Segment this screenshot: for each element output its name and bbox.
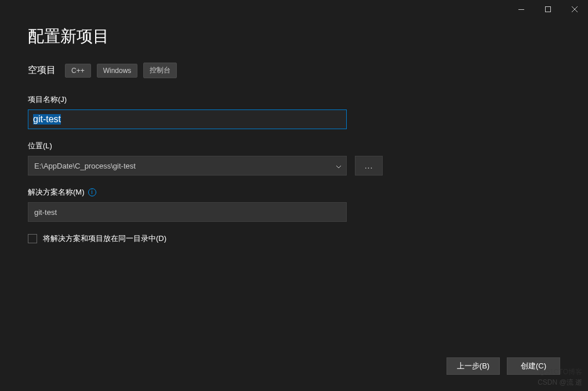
location-value: E:\AppDate\C_process\git-test: [34, 162, 136, 170]
minimize-button[interactable]: [508, 0, 535, 19]
solution-name-label: 解决方案名称(M) i: [28, 187, 560, 198]
svg-rect-1: [546, 7, 551, 12]
watermark: CSDN @流 逝: [538, 378, 582, 388]
template-info: 空项目 C++ Windows 控制台: [28, 63, 560, 78]
same-directory-checkbox[interactable]: [28, 234, 37, 243]
template-name: 空项目: [28, 64, 56, 76]
close-button[interactable]: [561, 0, 588, 19]
location-label: 位置(L): [28, 141, 560, 151]
watermark-2: @51CTO博客: [539, 367, 582, 377]
browse-button[interactable]: ...: [355, 156, 383, 176]
solution-name-input[interactable]: [28, 202, 347, 222]
close-icon: [572, 6, 578, 12]
maximize-icon: [545, 6, 551, 12]
info-icon[interactable]: i: [88, 188, 96, 196]
page-title: 配置新项目: [28, 25, 560, 47]
svg-rect-0: [518, 9, 524, 10]
tag-console: 控制台: [143, 63, 177, 78]
back-button[interactable]: 上一步(B): [447, 357, 500, 375]
project-name-label: 项目名称(J): [28, 94, 560, 105]
maximize-button[interactable]: [535, 0, 561, 19]
tag-cpp: C++: [65, 64, 91, 78]
tag-windows: Windows: [97, 64, 138, 78]
minimize-icon: [518, 9, 524, 10]
same-directory-label: 将解决方案和项目放在同一目录中(D): [43, 233, 166, 244]
project-name-input[interactable]: git-test: [28, 109, 347, 129]
titlebar: [0, 0, 588, 19]
project-name-value: git-test: [33, 114, 61, 125]
location-select[interactable]: E:\AppDate\C_process\git-test: [28, 156, 347, 176]
